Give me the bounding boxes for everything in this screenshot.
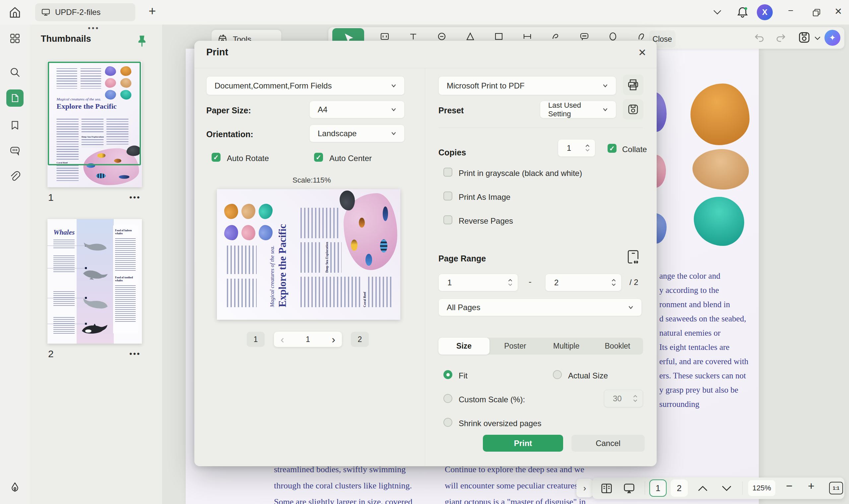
signature-tool-icon[interactable] bbox=[551, 32, 561, 41]
paper-size-dropdown[interactable]: A4 bbox=[309, 101, 404, 118]
tab-size[interactable]: Size bbox=[438, 338, 489, 355]
previous-page-icon[interactable] bbox=[697, 485, 708, 492]
panel-more-button[interactable]: ••• bbox=[88, 24, 100, 33]
custom-scale-label: Custom Scale (%): bbox=[459, 395, 525, 404]
search-icon[interactable] bbox=[9, 67, 20, 78]
cancel-button[interactable]: Cancel bbox=[571, 435, 645, 452]
fish-image bbox=[365, 254, 372, 266]
home-icon[interactable] bbox=[8, 6, 21, 19]
pager-prev-button[interactable]: ‹ bbox=[281, 334, 284, 345]
tab-multiple[interactable]: Multiple bbox=[541, 338, 592, 355]
scale-readout: Scale:115% bbox=[293, 176, 331, 184]
grayscale-checkbox[interactable] bbox=[444, 168, 452, 177]
printer-properties-button[interactable] bbox=[623, 75, 643, 95]
first-page-button[interactable]: 1 bbox=[247, 332, 265, 347]
next-page-icon[interactable] bbox=[721, 485, 732, 492]
crop-tool-icon[interactable] bbox=[437, 32, 447, 41]
printer-dropdown[interactable]: Microsoft Print to PDF bbox=[438, 76, 616, 95]
attachment-icon[interactable] bbox=[9, 171, 20, 182]
measure-tool-icon[interactable] bbox=[522, 32, 532, 41]
range-from-stepper[interactable]: 1 bbox=[438, 274, 518, 291]
zoom-in-button[interactable]: + bbox=[808, 480, 815, 492]
auto-rotate-checkbox[interactable] bbox=[212, 153, 221, 162]
reverse-pages-checkbox[interactable] bbox=[444, 215, 452, 224]
shape-tool-icon[interactable] bbox=[465, 32, 475, 41]
actual-size-radio[interactable] bbox=[553, 370, 562, 379]
stepper-arrows[interactable] bbox=[585, 144, 590, 151]
new-tab-button[interactable]: + bbox=[149, 4, 156, 18]
sidebar-item-thumbnails-active[interactable] bbox=[6, 89, 23, 107]
comment-tool-icon[interactable] bbox=[579, 32, 589, 41]
print-button[interactable]: Print bbox=[483, 435, 563, 452]
page-range-icon[interactable] bbox=[626, 249, 640, 265]
divider bbox=[438, 128, 643, 128]
edit-text-tool-icon[interactable] bbox=[380, 32, 390, 41]
save-preset-button[interactable] bbox=[623, 99, 643, 120]
two-page-view-icon[interactable] bbox=[600, 482, 613, 495]
undo-icon[interactable] bbox=[753, 33, 765, 43]
ai-assistant-button[interactable]: ✦ bbox=[825, 30, 841, 46]
doc-text-line: surrounding bbox=[659, 397, 760, 411]
document-tab[interactable]: UPDF-2-files bbox=[35, 3, 135, 21]
avatar[interactable]: X bbox=[757, 4, 773, 20]
auto-center-checkbox[interactable] bbox=[314, 153, 323, 162]
doc-text-line: giant octopus is a "master of disguise" … bbox=[445, 494, 595, 504]
notifications-bell-icon[interactable] bbox=[735, 5, 749, 19]
page-1-button[interactable]: 1 bbox=[649, 480, 666, 497]
thumbnail-page-1[interactable]: Magical creatures of the sea. Explore th… bbox=[48, 61, 142, 187]
custom-scale-radio[interactable] bbox=[444, 394, 452, 403]
orientation-value: Landscape bbox=[318, 129, 357, 138]
tab-booklet[interactable]: Booklet bbox=[592, 338, 643, 355]
chevron-down-icon[interactable] bbox=[713, 9, 722, 15]
pencil-tool-icon[interactable] bbox=[637, 32, 646, 41]
comments-icon[interactable] bbox=[9, 145, 20, 157]
zoom-out-button[interactable]: − bbox=[786, 480, 793, 492]
last-page-button[interactable]: 2 bbox=[351, 332, 369, 347]
thumbnail-1-menu[interactable]: ••• bbox=[129, 193, 141, 202]
close-window-button[interactable]: ✕ bbox=[834, 6, 842, 17]
paper-size-label: Paper Size: bbox=[206, 106, 251, 115]
redo-icon[interactable] bbox=[775, 33, 787, 43]
collate-checkbox[interactable] bbox=[608, 144, 617, 153]
ellipse-tool-icon[interactable] bbox=[608, 32, 618, 41]
stepper-arrows[interactable] bbox=[633, 395, 637, 402]
stepper-arrows[interactable] bbox=[508, 279, 513, 286]
preset-value: Last Used Setting bbox=[548, 101, 603, 118]
save-options-chevron-icon[interactable] bbox=[815, 36, 820, 40]
cancel-button-label: Cancel bbox=[596, 439, 621, 448]
page-subset-dropdown[interactable]: All Pages bbox=[438, 299, 642, 316]
bookmark-icon[interactable] bbox=[9, 120, 20, 131]
fit-radio[interactable] bbox=[444, 370, 452, 379]
page-2-button[interactable]: 2 bbox=[671, 480, 688, 497]
rock-image bbox=[340, 191, 355, 211]
orientation-dropdown[interactable]: Landscape bbox=[309, 125, 404, 142]
preset-dropdown[interactable]: Last Used Setting bbox=[540, 101, 616, 118]
print-content-dropdown[interactable]: Document,Comment,Form Fields bbox=[206, 76, 404, 95]
thumbnail-2-menu[interactable]: ••• bbox=[129, 349, 141, 359]
tab-poster[interactable]: Poster bbox=[489, 338, 541, 355]
pin-icon[interactable] bbox=[136, 34, 148, 48]
chevron-down-icon bbox=[391, 83, 396, 89]
apps-grid-icon[interactable] bbox=[9, 33, 20, 44]
stepper-arrows[interactable] bbox=[611, 279, 616, 286]
next-page-expander[interactable]: › bbox=[576, 479, 593, 497]
restore-window-icon[interactable] bbox=[812, 8, 821, 17]
copies-stepper[interactable]: 1 bbox=[558, 139, 595, 157]
pager-next-button[interactable]: › bbox=[332, 334, 335, 345]
print-content-value: Document,Comment,Form Fields bbox=[214, 81, 332, 90]
print-as-image-checkbox[interactable] bbox=[444, 192, 452, 200]
save-icon[interactable] bbox=[798, 31, 811, 44]
add-text-tool-icon[interactable] bbox=[408, 32, 418, 41]
range-to-stepper[interactable]: 2 bbox=[545, 274, 622, 291]
ink-pen-icon[interactable] bbox=[9, 482, 20, 493]
minimize-button[interactable]: − bbox=[788, 5, 793, 16]
actual-size-button[interactable]: 1:1 bbox=[829, 482, 843, 494]
fake-text-block bbox=[115, 285, 136, 322]
custom-scale-stepper[interactable]: 30 bbox=[604, 390, 643, 407]
rectangle-tool-icon[interactable] bbox=[494, 32, 504, 41]
presentation-mode-icon[interactable] bbox=[623, 482, 636, 495]
zoom-level-field[interactable]: 125% bbox=[748, 480, 775, 496]
thumbnail-page-2[interactable]: Whales Food of baleen whales Food of too… bbox=[48, 219, 142, 344]
shrink-radio[interactable] bbox=[444, 418, 452, 427]
dialog-close-button[interactable]: ✕ bbox=[638, 47, 646, 58]
